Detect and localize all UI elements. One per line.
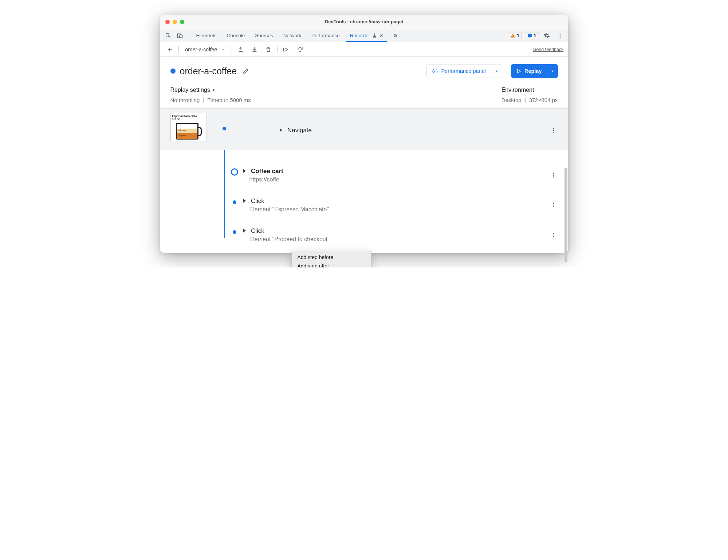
separator: [525, 97, 526, 103]
performance-panel-button[interactable]: Performance panel: [426, 64, 502, 78]
warnings-count: 1: [517, 33, 519, 38]
import-icon[interactable]: [249, 44, 260, 55]
svg-point-19: [553, 206, 554, 207]
export-icon[interactable]: [236, 44, 246, 55]
svg-rect-5: [528, 34, 532, 36]
tab-recorder[interactable]: Recorder ✕: [345, 29, 389, 42]
step-subtitle: https://coffe: [249, 176, 549, 183]
separator: [203, 97, 204, 103]
expand-step-icon[interactable]: [243, 169, 246, 173]
timeline-node: [233, 230, 236, 234]
new-recording-icon[interactable]: [165, 44, 175, 55]
kebab-menu-icon[interactable]: [555, 31, 565, 41]
scrollbar[interactable]: [564, 168, 567, 262]
step-subtitle: Element "Espresso Macchiato": [249, 206, 549, 213]
inspect-element-icon[interactable]: [163, 31, 173, 41]
edit-title-icon[interactable]: [243, 68, 249, 74]
step-row-click-espresso[interactable]: Click Element "Espresso Macchiato": [170, 183, 558, 213]
timeout-value: Timeout: 5000 ms: [207, 97, 251, 103]
timeline-node: [233, 200, 236, 204]
replay-button-label: Replay: [524, 68, 542, 74]
recording-select[interactable]: order-a-coffee: [182, 44, 228, 55]
step-kebab-icon[interactable]: [549, 126, 558, 135]
svg-point-13: [553, 132, 554, 133]
tab-sources[interactable]: Sources: [250, 29, 278, 42]
separator: [188, 32, 188, 39]
separator: [178, 46, 179, 53]
svg-point-10: [300, 51, 301, 52]
issues-count: 1: [534, 33, 536, 38]
step-over-icon[interactable]: [295, 44, 305, 55]
svg-point-12: [553, 130, 554, 131]
recorder-settings: Replay settings No throttling Timeout: 5…: [160, 87, 568, 109]
thumb-price: $12.00: [172, 118, 180, 121]
chevron-down-icon: [221, 47, 225, 52]
expand-step-icon[interactable]: [243, 199, 246, 203]
menu-add-step-after[interactable]: Add step after: [292, 262, 371, 267]
close-window-button[interactable]: [165, 20, 170, 24]
send-feedback-link[interactable]: Send feedback: [533, 47, 563, 52]
window-title: DevTools - chrome://new-tab-page/: [160, 19, 568, 24]
environment-heading: Environment: [501, 87, 558, 93]
step-subtitle: Element "Proceed to checkout": [249, 236, 549, 243]
step-row-click-checkout[interactable]: Click Element "Proceed to checkout": [170, 213, 558, 243]
close-tab-icon[interactable]: ✕: [379, 33, 383, 39]
recording-status-dot: [170, 68, 176, 74]
step-row-navigate[interactable]: Espresso Macchiato $12.00 milk foam espr…: [160, 109, 568, 150]
maximize-window-button[interactable]: [180, 20, 184, 24]
svg-rect-2: [179, 35, 182, 38]
expand-step-icon[interactable]: [243, 229, 246, 232]
selected-recording-label: order-a-coffee: [185, 47, 217, 52]
menu-add-step-before[interactable]: Add step before: [292, 253, 371, 262]
minimize-window-button[interactable]: [173, 20, 177, 24]
throttling-value: No throttling: [170, 97, 200, 103]
expand-step-icon[interactable]: [280, 128, 282, 132]
tab-recorder-label: Recorder: [350, 33, 370, 38]
separator: [277, 46, 278, 53]
tab-network[interactable]: Network: [278, 29, 307, 42]
svg-point-14: [553, 173, 554, 174]
traffic-lights: [165, 20, 184, 24]
devtools-tabstrip: Elements Console Sources Network Perform…: [160, 29, 568, 42]
performance-dropdown-icon[interactable]: [491, 64, 502, 78]
svg-point-21: [553, 235, 554, 236]
step-row-coffee-cart[interactable]: Coffee cart https://coffe: [170, 150, 558, 183]
step-kebab-icon[interactable]: [549, 201, 558, 209]
svg-point-7: [559, 35, 560, 36]
recording-title: order-a-coffee: [180, 66, 237, 77]
env-dimensions: 372×804 px: [529, 97, 558, 103]
step-title: Click: [251, 227, 264, 234]
play-icon: [516, 68, 522, 74]
more-tabs-icon[interactable]: [390, 31, 400, 41]
replay-settings-heading[interactable]: Replay settings: [170, 87, 251, 93]
svg-point-15: [553, 175, 554, 176]
issues-badge[interactable]: 1: [525, 32, 539, 39]
step-title: Coffee cart: [251, 168, 283, 175]
timeline-node: [223, 127, 226, 130]
step-title: Click: [251, 197, 264, 204]
tab-elements[interactable]: Elements: [191, 29, 222, 42]
thumb-title: Espresso Macchiato: [172, 115, 197, 117]
tab-performance[interactable]: Performance: [306, 29, 345, 42]
device-toolbar-icon[interactable]: [175, 31, 185, 41]
tab-console[interactable]: Console: [222, 29, 250, 42]
separator: [232, 46, 232, 53]
recorder-timeline: Espresso Macchiato $12.00 milk foam espr…: [160, 109, 568, 253]
step-kebab-icon[interactable]: [549, 231, 558, 239]
step-play-icon[interactable]: [281, 44, 291, 55]
gear-icon[interactable]: [542, 31, 552, 41]
recording-header: order-a-coffee Performance panel Replay: [160, 57, 568, 78]
warnings-badge[interactable]: 1: [508, 32, 522, 39]
recorder-toolbar: order-a-coffee Send feedback: [160, 42, 568, 57]
svg-point-16: [553, 176, 554, 177]
svg-point-11: [553, 128, 554, 129]
replay-button[interactable]: Replay: [511, 64, 558, 78]
step-context-menu: Add step before Add step after Remove st…: [291, 251, 371, 267]
step-kebab-icon[interactable]: [549, 171, 558, 180]
svg-point-17: [553, 203, 554, 204]
step-title: Navigate: [287, 127, 312, 134]
gauge-icon: [432, 68, 438, 74]
replay-dropdown-icon[interactable]: [547, 64, 558, 78]
delete-icon[interactable]: [263, 44, 274, 55]
svg-point-18: [553, 205, 554, 206]
